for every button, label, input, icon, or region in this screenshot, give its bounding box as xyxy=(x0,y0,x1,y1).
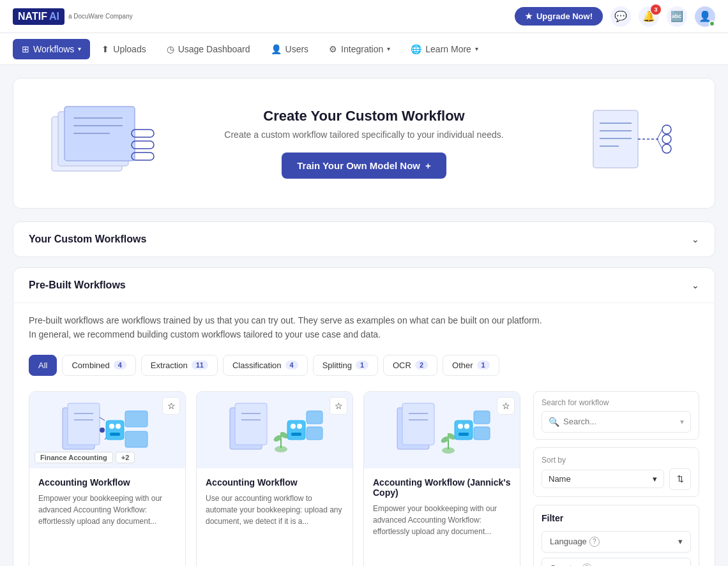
svg-rect-29 xyxy=(125,431,148,447)
star-icon: ★ xyxy=(525,11,533,21)
tab-all[interactable]: All xyxy=(29,355,57,376)
svg-point-42 xyxy=(291,424,296,429)
nav-item-learn[interactable]: 🌐 Learn More ▾ xyxy=(402,39,487,59)
svg-rect-21 xyxy=(68,403,100,445)
chevron-down-icon-prebuilt: ⌄ xyxy=(692,280,699,290)
logo-sub: a DocuWare Company xyxy=(68,13,133,20)
train-model-button[interactable]: Train Your Own Model Now + xyxy=(282,153,446,179)
grid-icon: ⊞ xyxy=(22,44,29,54)
custom-workflows-header[interactable]: Your Custom Workflows ⌄ xyxy=(13,222,715,257)
card-desc-1: Empower your bookkeeping with our advanc… xyxy=(38,493,176,565)
chevron-down-icon-2: ▾ xyxy=(387,45,390,52)
search-section: Search for workflow 🔍 ▾ xyxy=(533,391,699,440)
tab-extraction-count: 11 xyxy=(192,361,208,369)
badge-more: +2 xyxy=(116,452,135,463)
language-help-icon: ? xyxy=(589,537,600,547)
svg-rect-60 xyxy=(474,427,490,440)
svg-rect-59 xyxy=(474,411,490,424)
tab-ocr-count: 2 xyxy=(415,361,428,369)
upload-icon: ⬆ xyxy=(102,44,109,54)
svg-point-26 xyxy=(116,424,121,429)
nav-item-users[interactable]: 👤 Users xyxy=(262,39,318,59)
chevron-down-icon-sort: ▾ xyxy=(653,474,657,484)
svg-rect-41 xyxy=(287,421,305,440)
tab-extraction[interactable]: Extraction 11 xyxy=(141,355,218,376)
card-body-1: Accounting Workflow Empower your bookkee… xyxy=(29,468,185,566)
card-desc-3: Empower your bookkeeping with our advanc… xyxy=(373,503,511,566)
hero-banner: Create Your Custom Workflow Create a cus… xyxy=(13,78,715,209)
svg-line-19 xyxy=(657,139,662,149)
cards-grid: Finance Accounting +2 ☆ Accounting Workf… xyxy=(29,391,520,566)
card-1-badges: Finance Accounting +2 xyxy=(34,452,135,463)
nav-item-workflows[interactable]: ⊞ Workflows ▾ xyxy=(13,39,90,59)
svg-point-17 xyxy=(662,144,671,153)
search-box[interactable]: 🔍 ▾ xyxy=(542,411,691,433)
filter-sidebar: Search for workflow 🔍 ▾ Sort by Name xyxy=(533,391,699,566)
svg-point-43 xyxy=(297,424,302,429)
sort-label: Sort by xyxy=(542,456,566,465)
star-button-2[interactable]: ☆ xyxy=(330,397,347,415)
nav-item-integration[interactable]: ⚙ Integration ▾ xyxy=(320,39,399,59)
badge-finance: Finance Accounting xyxy=(34,452,113,463)
svg-point-56 xyxy=(458,424,463,429)
globe-icon: 🌐 xyxy=(411,44,421,54)
prebuilt-header[interactable]: Pre-Built Workflows ⌄ xyxy=(13,268,715,302)
logo-natif: NATIF xyxy=(18,11,47,22)
hero-subtitle: Create a custom workflow tailored specif… xyxy=(167,130,561,140)
prebuilt-workflows-section: Pre-Built Workflows ⌄ Pre-built workflow… xyxy=(13,267,715,566)
search-label: Search for workflow xyxy=(542,398,691,407)
chevron-down-icon-3: ▾ xyxy=(475,45,478,52)
search-input[interactable] xyxy=(563,417,680,426)
connection-icon: ⚙ xyxy=(329,44,337,54)
filter-tabs: All Combined 4 Extraction 11 Classificat… xyxy=(29,355,699,376)
filter-section: Filter Language ? ▾ Country ? xyxy=(533,505,699,566)
chevron-down-icon-search: ▾ xyxy=(680,417,684,426)
tab-ocr[interactable]: OCR 2 xyxy=(383,355,437,376)
search-icon: 🔍 xyxy=(549,417,559,427)
card-title-1: Accounting Workflow xyxy=(38,477,176,488)
content-area: Finance Accounting +2 ☆ Accounting Workf… xyxy=(29,391,699,566)
sort-direction-button[interactable]: ⇅ xyxy=(669,468,691,490)
card-image-3: ☆ xyxy=(364,392,520,468)
online-status-dot xyxy=(709,20,715,27)
svg-point-15 xyxy=(662,125,671,134)
svg-rect-28 xyxy=(125,411,148,427)
logo-box: NATIF AI xyxy=(13,8,64,25)
prebuilt-title: Pre-Built Workflows xyxy=(29,279,126,291)
prebuilt-description: Pre-built workflows are workflows traine… xyxy=(29,303,699,355)
tab-other[interactable]: Other 1 xyxy=(443,355,499,376)
sort-row: Name ▾ ⇅ xyxy=(542,468,691,490)
svg-line-18 xyxy=(657,130,662,139)
hero-title: Create Your Custom Workflow xyxy=(167,108,561,124)
tab-combined-count: 4 xyxy=(114,361,126,369)
tab-combined[interactable]: Combined 4 xyxy=(62,355,135,376)
svg-rect-44 xyxy=(291,433,301,436)
chevron-down-icon-custom: ⌄ xyxy=(692,234,699,244)
star-button-1[interactable]: ☆ xyxy=(162,397,180,415)
notification-icon[interactable]: 🔔 3 xyxy=(639,6,659,27)
tab-splitting-count: 1 xyxy=(356,361,368,369)
language-icon[interactable]: 🔤 xyxy=(667,6,687,27)
svg-point-30 xyxy=(100,428,105,433)
card-image-2: ☆ xyxy=(197,392,353,468)
tab-splitting[interactable]: Splitting 1 xyxy=(313,355,378,376)
svg-point-16 xyxy=(662,135,671,144)
nav-item-usage[interactable]: ◷ Usage Dashboard xyxy=(158,39,259,59)
upgrade-button[interactable]: ★ Upgrade Now! xyxy=(515,7,603,26)
user-icon: 👤 xyxy=(271,44,282,54)
sort-icon: ⇅ xyxy=(677,474,684,484)
card-title-3: Accounting Workflow (Jannick's Copy) xyxy=(373,477,511,498)
chat-icon[interactable]: 💬 xyxy=(610,6,631,27)
card-desc-2: Use our accounting workflow to automate … xyxy=(206,493,344,566)
tab-classification[interactable]: Classification 4 xyxy=(223,355,308,376)
notification-badge: 3 xyxy=(651,4,661,15)
nav-item-uploads[interactable]: ⬆ Uploads xyxy=(93,39,155,59)
custom-workflows-title: Your Custom Workflows xyxy=(29,234,146,245)
sort-select[interactable]: Name ▾ xyxy=(542,470,664,488)
star-button-3[interactable]: ☆ xyxy=(497,397,515,415)
hero-illustration-left xyxy=(39,98,167,189)
svg-rect-46 xyxy=(307,427,322,440)
filter-language[interactable]: Language ? ▾ xyxy=(542,531,691,553)
svg-line-31 xyxy=(100,417,105,421)
filter-country[interactable]: Country ? ▾ xyxy=(542,558,691,566)
